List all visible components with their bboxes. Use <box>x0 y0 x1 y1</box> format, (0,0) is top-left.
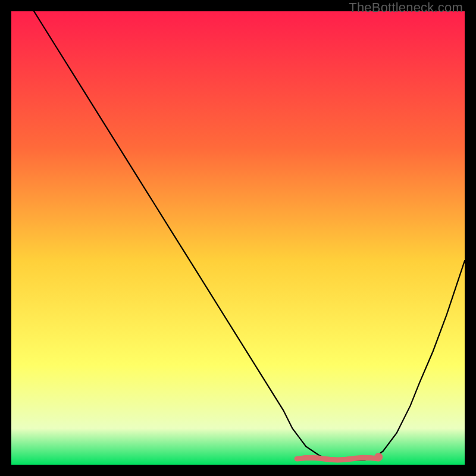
optimal-range-marker <box>297 458 378 460</box>
watermark-text: TheBottleneck.com <box>349 0 463 15</box>
bottleneck-chart <box>11 11 465 465</box>
chart-frame <box>11 11 465 465</box>
current-config-marker <box>374 453 383 461</box>
gradient-background <box>11 11 465 465</box>
